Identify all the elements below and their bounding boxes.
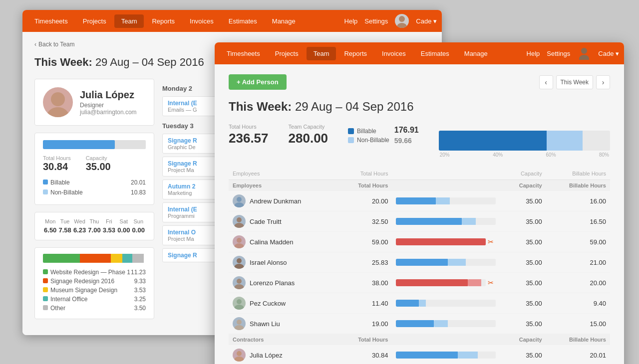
svg-point-12 [237,258,242,263]
col-capacity: Capacity [502,168,546,180]
svg-point-1 [397,23,407,28]
overflow-icon-lorenzo: ✂ [488,279,494,287]
table-row: Andrew Dunkman 20.00 35.00 16.00 [229,191,610,211]
bg-nav-timesheets[interactable]: Timesheets [27,14,75,28]
day-sat: Sat 0.00 [116,218,131,234]
team-capacity-value: 280.00 [289,131,328,146]
svg-point-15 [234,284,244,289]
emp-avatar-andrew [233,194,246,207]
bg-nav-invoices[interactable]: Invoices [183,14,221,28]
bg-nav-reports[interactable]: Reports [145,14,182,28]
col-employees: Employees [229,168,338,180]
day-fri: Fri 3.53 [102,218,116,234]
hours-bar-fill [43,140,115,149]
nonbillable-num: 59.66 [394,137,419,145]
bg-nav-right: Help Settings Cade ▾ [344,14,437,28]
bg-user-name[interactable]: Cade ▾ [416,17,437,25]
cap-seg-nonbillable [547,131,583,151]
emp-avatar-cade [233,215,246,228]
fg-nav-links: Timesheets Projects Team Reports Invoice… [220,47,527,60]
project-seg-1 [43,254,80,263]
table-row: Julia López 30.84 35.00 20.01 [229,345,610,364]
project-seg-3 [111,254,122,263]
table-header: Employees Total Hours Capacity Billable … [229,168,610,180]
nonbillable-legend-item: Non-Billable [348,137,389,144]
project-row-3: Museum Signage Design 3.53 [43,286,146,295]
fg-nav-estimates[interactable]: Estimates [414,47,456,60]
nonbillable-amount: 10.83 [131,189,146,196]
svg-point-11 [234,243,244,248]
row-bar-cade [396,218,496,225]
bg-settings-link[interactable]: Settings [364,17,388,25]
cap-bar-inner [439,131,610,151]
employees-section-header: Employees Total Hours Capacity Billable … [229,180,610,191]
capacity-value: 35.00 [86,161,111,173]
emp-avatar-calina [233,235,246,248]
nonbillable-legend-box [348,137,354,143]
svg-point-20 [237,351,242,356]
fg-nav-reports[interactable]: Reports [337,47,374,60]
fg-nav-right: Help Settings Cade ▾ [527,46,619,61]
stat-team-capacity: Team Capacity 280.00 [289,124,328,146]
fg-header: + Add Person ‹ This Week › [229,74,610,90]
billable-amount: 20.01 [131,179,146,186]
table-row: Cade Truitt 32.50 35.00 16.50 [229,211,610,232]
profile-email: julia@barrington.com [80,109,137,116]
fg-help-link[interactable]: Help [527,50,540,57]
project-seg-2 [80,254,111,263]
overflow-icon-calina: ✂ [488,238,494,246]
table-body: Employees Total Hours Capacity Billable … [229,180,610,364]
fg-nav-team[interactable]: Team [307,47,336,60]
total-hours-value: 30.84 [43,161,71,173]
billable-legend-box [348,128,354,134]
table-row: Pez Cuckow 11.40 35.00 9.40 [229,293,610,314]
week-prev-button[interactable]: ‹ [539,75,553,89]
row-bar-shawn [396,320,496,327]
fg-nav-manage[interactable]: Manage [457,47,495,60]
fg-content: + Add Person ‹ This Week › This Week: 29… [215,64,624,364]
fg-nav-invoices[interactable]: Invoices [375,47,413,60]
team-table: Employees Total Hours Capacity Billable … [229,168,610,364]
fg-settings-link[interactable]: Settings [547,50,570,57]
capacity-label: Capacity [86,155,111,161]
emp-cell-andrew: Andrew Dunkman [229,191,338,211]
row-bar-julia [396,352,496,359]
svg-point-7 [234,202,244,207]
nonbillable-dot [43,189,48,194]
billable-num: 176.91 [394,126,419,135]
day-thu: Thu 7.00 [87,218,101,234]
svg-point-5 [579,55,589,60]
fg-nav-projects[interactable]: Projects [268,47,306,60]
svg-point-16 [237,299,242,304]
fg-user-name[interactable]: Cade ▾ [598,50,619,57]
project-row-4: Internal Office 3.25 [43,295,146,304]
stat-total-hours: Total Hours 236.57 [229,124,269,146]
emp-avatar-lorenzo [233,276,246,289]
fg-nav-timesheets[interactable]: Timesheets [220,47,267,60]
profile-card: Julia López Designer julia@barrington.co… [34,79,154,126]
svg-point-2 [51,92,65,106]
billable-row: Billable 20.01 [43,178,146,187]
svg-point-3 [47,107,69,117]
bg-help-link[interactable]: Help [344,17,358,25]
bar-combo-lorenzo: ✂ [396,279,498,287]
profile-name: Julia López [80,89,137,101]
bg-nav-projects[interactable]: Projects [76,14,113,28]
hours-bar [43,140,146,149]
capacity-bar-wide [439,131,610,151]
bg-nav-manage[interactable]: Manage [265,14,303,28]
billable-legend-group: Billable Non-Billable 176.91 59.66 [348,126,419,145]
bg-nav-team[interactable]: Team [114,14,144,28]
week-next-button[interactable]: › [596,75,610,89]
profile-avatar [43,87,73,117]
day-grid: Mon 6.50 Tue 7.58 Wed 6.23 Thu [43,218,146,234]
project-row-2: Signage Redesign 2016 9.33 [43,277,146,286]
billable-dot [43,180,48,184]
row-bar-israel [396,259,496,266]
project-row-5: Other 3.50 [43,304,146,313]
bg-nav-estimates[interactable]: Estimates [222,14,264,28]
svg-point-0 [399,16,405,22]
emp-avatar-shawn [233,317,246,330]
week-nav-label[interactable]: This Week [556,75,593,89]
add-person-button[interactable]: + Add Person [229,74,287,90]
